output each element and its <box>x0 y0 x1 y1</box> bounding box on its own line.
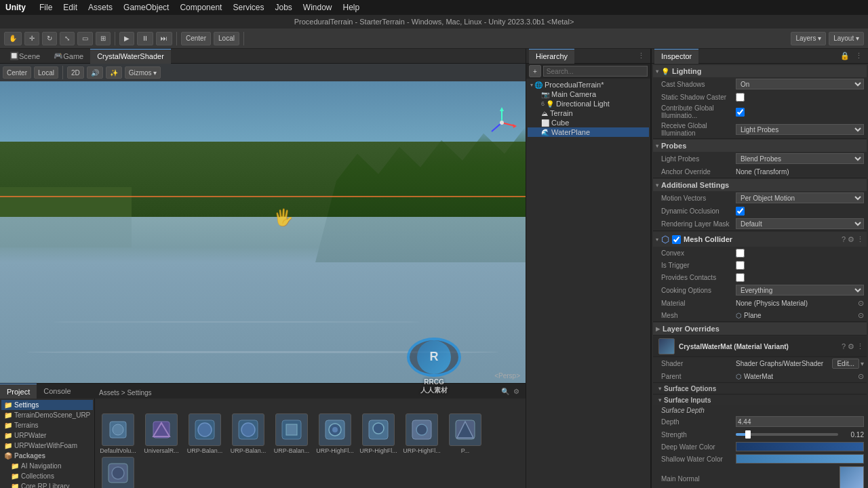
toolbar-local-global[interactable]: Local <box>214 32 239 45</box>
hier-root[interactable]: ▾ 🌐 ProcedualTerrain* <box>528 80 649 89</box>
scene-view[interactable]: Center Local 2D 🔊 ✨ Gizmos ▾ <box>0 64 526 383</box>
hier-waterplane[interactable]: 🌊 WaterPlane <box>528 127 649 137</box>
surface-inputs-header[interactable]: ▾ Surface Inputs <box>653 395 867 405</box>
convex-check[interactable] <box>736 249 745 258</box>
scene-local-btn[interactable]: Local <box>34 66 58 79</box>
asset-item-5[interactable]: URP-HighFl... <box>315 413 355 454</box>
scene-gizmos-btn[interactable]: Gizmos ▾ <box>125 66 161 79</box>
asset-item-3[interactable]: URP-Balan... <box>228 413 269 454</box>
shader-icons[interactable]: ▾ <box>861 360 864 367</box>
mat-menu[interactable]: ⋮ <box>856 342 864 351</box>
motion-vectors-select[interactable]: Per Object Motion <box>736 192 864 203</box>
tab-crystalwater[interactable]: CrystalWaterShader <box>90 49 171 64</box>
inspector-menu-btn[interactable]: ⋮ <box>852 52 865 60</box>
toolbar-rotate-tool[interactable]: ↻ <box>42 32 57 45</box>
toolbar-pause-button[interactable]: ⏸ <box>137 32 153 45</box>
mesh-collider-header[interactable]: ▾ ⬡ Mesh Collider ? ⚙ ⋮ <box>653 232 867 247</box>
asset-item-1[interactable]: UniversalR... <box>141 413 182 454</box>
provides-contacts-check[interactable] <box>736 273 745 282</box>
menu-window[interactable]: Window <box>303 3 332 12</box>
light-probes-select[interactable]: Blend Probes <box>736 153 864 164</box>
toolbar-layout[interactable]: Layout ▾ <box>829 32 864 45</box>
contribute-gi-check[interactable] <box>736 108 745 117</box>
mat-help[interactable]: ? <box>842 342 846 351</box>
cast-shadows-select[interactable]: On <box>736 79 864 89</box>
shallow-water-color-swatch[interactable] <box>736 454 864 464</box>
hier-cube[interactable]: ⬜ Cube <box>528 118 649 127</box>
tab-project[interactable]: Project <box>0 384 37 399</box>
asset-item-0[interactable]: DefaultVolu... <box>98 413 138 454</box>
folder-packages[interactable]: 📦 Packages <box>1 451 93 461</box>
search-icon[interactable]: 🔍 <box>501 388 509 395</box>
probes-header[interactable]: ▾ Probes <box>653 140 867 152</box>
mesh-collider-help[interactable]: ? <box>842 235 846 244</box>
main-normal-preview[interactable] <box>840 466 864 488</box>
hierarchy-add-btn[interactable]: + <box>529 65 541 77</box>
tab-inspector[interactable]: Inspector <box>654 49 698 64</box>
folder-collections[interactable]: 📁 Collections <box>1 471 93 481</box>
asset-item-8[interactable]: P... <box>445 413 486 454</box>
surface-options-header[interactable]: ▾ Surface Options <box>653 384 867 394</box>
asset-item-2[interactable]: URP-Balan... <box>184 413 225 454</box>
folder-core-rp[interactable]: 📁 Core RP Library <box>1 481 93 488</box>
hierarchy-search[interactable] <box>543 66 648 77</box>
settings-icon[interactable]: ⚙ <box>513 388 519 395</box>
folder-settings[interactable]: 📁 Settings <box>1 400 93 410</box>
scene-fx-btn[interactable]: ✨ <box>106 66 122 79</box>
hier-terrain[interactable]: ⛰ Terrain <box>528 108 649 118</box>
scene-audio-btn[interactable]: 🔊 <box>87 66 103 79</box>
hier-main-camera[interactable]: 📷 Main Camera <box>528 89 649 99</box>
depth-input[interactable]: 4.44 <box>736 416 864 427</box>
menu-edit[interactable]: Edit <box>63 3 77 12</box>
mesh-collider-settings[interactable]: ⚙ <box>848 235 854 244</box>
lighting-header[interactable]: ▾ 💡 Lighting <box>653 65 867 77</box>
folder-terrain[interactable]: 📁 TerrainDemoScene_URP <box>1 410 93 420</box>
menu-assets[interactable]: Assets <box>88 3 113 12</box>
menu-jobs[interactable]: Jobs <box>275 3 292 12</box>
toolbar-hand-tool[interactable]: ✋ <box>4 32 22 45</box>
asset-item-7[interactable]: URP-HighFl... <box>401 413 442 454</box>
toolbar-transform-tool[interactable]: ⊞ <box>96 32 111 45</box>
toolbar-move-tool[interactable]: ✛ <box>24 32 39 45</box>
material-pick-btn[interactable]: ⊙ <box>858 299 864 308</box>
toolbar-rect-tool[interactable]: ▭ <box>77 32 93 45</box>
toolbar-step-button[interactable]: ⏭ <box>156 32 172 45</box>
asset-item-6[interactable]: URP-HighFl... <box>358 413 399 454</box>
cooking-options-select[interactable]: Everything <box>736 285 864 296</box>
toolbar-layers[interactable]: Layers ▾ <box>791 32 826 45</box>
parent-pick[interactable]: ⊙ <box>858 372 864 381</box>
mesh-collider-enabled[interactable] <box>672 235 681 244</box>
folder-urpwaterfoam[interactable]: 📁 URPWaterWithFoam <box>1 441 93 451</box>
hier-directional-light[interactable]: 6 💡 Directional Light <box>528 99 649 108</box>
shader-edit-btn[interactable]: Edit... <box>832 359 859 369</box>
tab-game[interactable]: 🎮 Game <box>47 49 90 64</box>
hierarchy-menu-btn[interactable]: ⋮ <box>635 52 648 60</box>
toolbar-scale-tool[interactable]: ⤡ <box>60 32 75 45</box>
dynamic-occlusion-check[interactable] <box>736 207 745 216</box>
scene-2d-btn[interactable]: 2D <box>67 66 84 79</box>
tab-hierarchy[interactable]: Hierarchy <box>529 49 574 64</box>
mat-settings[interactable]: ⚙ <box>848 342 854 351</box>
tab-scene[interactable]: 🔲 Scene <box>3 49 47 64</box>
toolbar-center-pivot[interactable]: Center <box>181 32 211 45</box>
folder-ai-nav[interactable]: 📁 AI Navigation <box>1 461 93 471</box>
toolbar-play-button[interactable]: ▶ <box>119 32 134 45</box>
additional-settings-header[interactable]: ▾ Additional Settings <box>653 179 867 191</box>
is-trigger-check[interactable] <box>736 261 745 270</box>
deep-water-color-swatch[interactable] <box>736 442 864 451</box>
static-shadow-check[interactable] <box>736 93 745 102</box>
strength-thumb[interactable] <box>745 430 751 439</box>
menu-file[interactable]: File <box>39 3 52 12</box>
scene-center-btn[interactable]: Center <box>3 66 31 79</box>
asset-item-9[interactable]: P... <box>98 457 138 488</box>
tab-console[interactable]: Console <box>37 384 77 399</box>
mesh-pick-btn[interactable]: ⊙ <box>858 311 864 320</box>
menu-help[interactable]: Help <box>343 3 360 12</box>
menu-gameobject[interactable]: GameObject <box>123 3 169 12</box>
rendering-layer-select[interactable]: Default <box>736 218 864 229</box>
strength-track[interactable] <box>736 433 838 436</box>
layer-overrides-header[interactable]: ▶ Layer Overrides <box>653 323 867 335</box>
receive-gi-select[interactable]: Light Probes <box>736 124 864 135</box>
folder-terrains[interactable]: 📁 Terrains <box>1 420 93 430</box>
inspector-lock-btn[interactable]: 🔒 <box>837 52 852 60</box>
